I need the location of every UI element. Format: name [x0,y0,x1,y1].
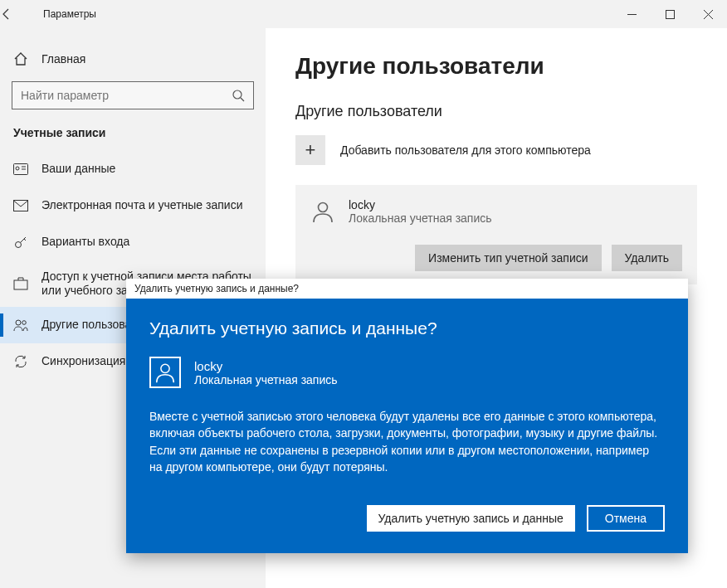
avatar-icon [149,357,181,388]
svg-point-15 [16,320,21,325]
sidebar-section-header: Учетные записи [0,121,266,151]
svg-rect-14 [14,280,27,289]
sidebar-item-your-info[interactable]: Ваши данные [0,151,266,187]
dialog-user-name: locky [194,359,338,373]
search-icon [232,89,245,102]
dialog-confirm-button[interactable]: Удалить учетную запись и данные [367,505,575,532]
delete-user-button[interactable]: Удалить [612,245,682,271]
sidebar-home[interactable]: Главная [0,43,266,75]
dialog-cancel-button[interactable]: Отмена [587,505,665,532]
sync-icon [13,354,28,369]
dialog-body-text: Вместе с учетной записью этого человека … [149,408,665,475]
user-card[interactable]: locky Локальная учетная запись Изменить … [295,185,697,284]
search-input[interactable] [21,89,212,102]
sidebar-item-email[interactable]: Электронная почта и учетные записи [0,187,266,224]
maximize-button[interactable] [651,0,689,28]
svg-rect-1 [666,10,674,18]
svg-point-7 [16,167,19,170]
sidebar-home-label: Главная [41,52,85,66]
sidebar-item-signin[interactable]: Варианты входа [0,224,266,260]
search-input-wrap[interactable] [12,81,254,109]
dialog-titlebar: Удалить учетную запись и данные? [126,279,688,299]
user-account-type: Локальная учетная запись [349,211,492,225]
dialog-heading: Удалить учетную запись и данные? [149,318,665,338]
delete-account-dialog: Удалить учетную запись и данные? Удалить… [126,279,688,553]
svg-point-18 [161,364,169,372]
id-card-icon [13,163,28,175]
plus-icon: + [295,135,325,165]
people-icon [13,318,28,332]
svg-line-13 [24,239,26,241]
key-icon [13,235,28,250]
window-title: Параметры [38,8,96,20]
svg-point-4 [233,90,242,99]
titlebar: Параметры [0,0,727,28]
user-name: locky [349,198,492,211]
minimize-button[interactable] [612,0,651,28]
svg-line-5 [241,98,244,101]
home-icon [13,51,28,66]
svg-point-17 [319,203,328,212]
add-user-label: Добавить пользователя для этого компьюте… [340,143,591,157]
sidebar-item-label: Варианты входа [41,235,138,250]
section-subheader: Другие пользователи [295,103,697,120]
svg-point-11 [16,242,22,248]
mail-icon [13,200,28,211]
close-button[interactable] [689,0,727,28]
svg-rect-10 [14,201,28,211]
dialog-user-type: Локальная учетная запись [194,373,338,386]
back-button[interactable] [0,7,38,21]
briefcase-icon [13,277,28,290]
add-user-row[interactable]: + Добавить пользователя для этого компью… [295,135,697,165]
svg-point-16 [22,321,27,325]
change-account-type-button[interactable]: Изменить тип учетной записи [415,245,601,271]
page-title: Другие пользователи [295,53,697,80]
sidebar-item-label: Электронная почта и учетные записи [41,198,251,213]
sidebar-item-label: Ваши данные [41,162,124,177]
avatar-icon [310,199,335,224]
